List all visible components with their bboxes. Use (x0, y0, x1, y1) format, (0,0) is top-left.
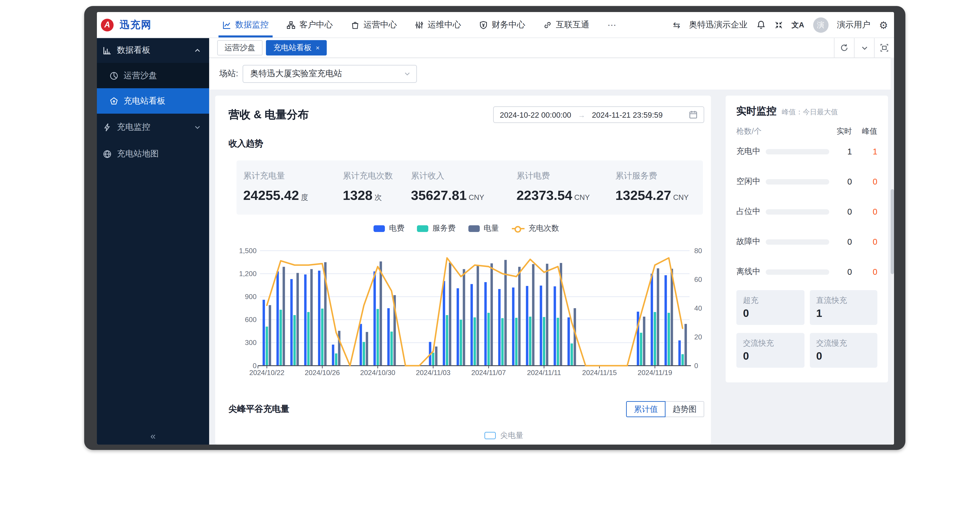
sidebar-item-operation-sandbox[interactable]: 运营沙盘 (97, 63, 209, 88)
fullscreen-icon[interactable] (774, 21, 783, 29)
sidebar-item-charging-monitor[interactable]: 充电监控 (97, 114, 209, 140)
nav-item-label: 运维中心 (428, 19, 461, 30)
card-ac-fast: 交流快充 0 (737, 333, 804, 368)
toggle-cumulative-button[interactable]: 累计值 (626, 401, 665, 417)
bell-icon[interactable] (756, 20, 765, 29)
org-switch-icon[interactable]: ⇆ (673, 20, 681, 30)
monitor-bezel: A 迅充网 数据监控 客户中心 运营中心 (84, 6, 905, 450)
tab-operation-sandbox[interactable]: 运营沙盘 (217, 40, 262, 56)
brand[interactable]: A 迅充网 (99, 19, 212, 31)
svg-text:300: 300 (245, 338, 256, 346)
chevron-down-icon (861, 44, 869, 52)
nav-item-operation-center[interactable]: 运营中心 (351, 19, 397, 30)
maximize-button[interactable] (874, 38, 894, 57)
nav-item-customer-center[interactable]: 客户中心 (286, 19, 333, 30)
sidebar-item-station-map[interactable]: 充电站地图 (97, 140, 209, 167)
sidebar-collapse-button[interactable]: « (97, 427, 209, 445)
svg-text:60: 60 (694, 275, 702, 284)
translate-icon[interactable]: 文A (792, 20, 804, 30)
sidebar-item-label: 充电站看板 (124, 96, 165, 107)
legend-electric-fee[interactable]: 电费 (374, 223, 404, 233)
svg-text:2024/11/07: 2024/11/07 (471, 369, 506, 377)
peak-chart-legend: 尖电量 (229, 431, 704, 440)
tab-dropdown-button[interactable] (854, 38, 874, 57)
station-select[interactable]: 奥特迅大厦实验室充电站 (243, 65, 417, 83)
chevron-down-icon (404, 70, 411, 78)
svg-text:600: 600 (245, 316, 256, 324)
refresh-button[interactable] (834, 38, 854, 57)
sidebar-group-data-dashboard[interactable]: 数据看板 (97, 38, 209, 63)
svg-text:2024/11/19: 2024/11/19 (638, 369, 672, 377)
sidebar-item-label: 充电监控 (117, 121, 150, 133)
nav-item-label: 客户中心 (299, 19, 333, 30)
stats-box: 累计充电量 24255.42度 累计充电次数 1328次 累计收入 35627.… (237, 160, 703, 215)
top-navbar: A 迅充网 数据监控 客户中心 运营中心 (97, 12, 894, 38)
legend-service-fee[interactable]: 服务费 (417, 223, 456, 233)
realtime-rows: 充电中 1 1 空闲中 0 0 (737, 136, 877, 287)
row-occupied: 占位中 0 0 (737, 196, 877, 227)
date-range-picker[interactable]: 2024-10-22 00:00:00 → 2024-11-21 23:59:5… (493, 106, 704, 123)
nav-item-data-monitor[interactable]: 数据监控 (223, 19, 269, 30)
date-arrow-icon: → (578, 111, 585, 119)
progress-bar (766, 149, 829, 154)
station-select-value: 奥特迅大厦实验室充电站 (250, 68, 342, 80)
row-charging: 充电中 1 1 (737, 136, 877, 166)
company-name[interactable]: 奥特迅演示企业 (689, 19, 748, 30)
main-column: 运营沙盘 充电站看板 × (209, 38, 894, 445)
peak-title: 尖峰平谷充电量 (229, 403, 290, 415)
brand-name: 迅充网 (119, 19, 152, 31)
realtime-monitor-card: 实时监控 峰值：今日最大值 枪数/个 实时 峰值 充电中 (725, 96, 888, 382)
gear-icon[interactable]: ⚙ (879, 20, 888, 30)
progress-bar (766, 269, 829, 274)
nav-more-button[interactable]: ⋯ (608, 20, 617, 30)
sidebar-item-label: 运营沙盘 (124, 70, 157, 81)
svg-text:900: 900 (245, 293, 256, 301)
progress-bar (766, 239, 829, 244)
nav-menu: 数据监控 客户中心 运营中心 运维中心 (223, 19, 617, 30)
nav-item-ops-center[interactable]: 运维中心 (415, 19, 461, 30)
svg-text:2024/10/22: 2024/10/22 (249, 369, 285, 377)
user-name[interactable]: 演示用户 (837, 19, 870, 30)
peak-legend-swatch (484, 432, 496, 439)
realtime-note: 峰值：今日最大值 (782, 108, 838, 117)
income-trend-chart: 03006009001,2001,5000204060802024/10/222… (229, 235, 704, 382)
svg-text:1,500: 1,500 (239, 247, 256, 255)
avatar[interactable]: 演 (813, 17, 828, 32)
shield-yuan-icon (479, 21, 488, 29)
tab-station-dashboard[interactable]: 充电站看板 × (266, 40, 327, 56)
vertical-scrollbar[interactable] (891, 57, 894, 445)
refresh-icon (840, 43, 849, 52)
link-icon (543, 21, 552, 29)
sidebar-item-label: 充电站地图 (117, 148, 159, 160)
sidebar: 数据看板 运营沙盘 充电站看板 (97, 38, 209, 445)
revenue-title: 营收 & 电量分布 (229, 107, 309, 122)
stat-total-service-fee: 累计服务费 13254.27CNY (616, 171, 703, 203)
toggle-trend-button[interactable]: 趋势图 (665, 401, 704, 417)
date-start: 2024-10-22 00:00:00 (500, 111, 571, 119)
user-cluster: ⇆ 奥特迅演示企业 文A 演 演示用户 ⚙ (673, 17, 891, 32)
row-offline: 离线中 0 0 (737, 257, 877, 287)
nav-item-finance-center[interactable]: 财务中心 (479, 19, 525, 30)
svg-text:2024/10/30: 2024/10/30 (360, 369, 395, 377)
legend-line-marker (512, 228, 524, 229)
gun-type-cards: 超充 0 直流快充 1 交流快充 0 (737, 290, 877, 368)
close-icon[interactable]: × (316, 44, 320, 51)
date-end: 2024-11-21 23:59:59 (592, 111, 663, 119)
nav-item-interconnect[interactable]: 互联互通 (543, 19, 589, 30)
content-area: 营收 & 电量分布 2024-10-22 00:00:00 → 2024-11-… (209, 89, 894, 445)
tab-actions (834, 38, 894, 57)
legend-energy[interactable]: 电量 (468, 223, 499, 233)
legend-charge-count[interactable]: 充电次数 (512, 223, 559, 233)
legend-swatch (417, 225, 428, 232)
chevron-down-icon (194, 123, 201, 131)
svg-text:2024/11/11: 2024/11/11 (527, 369, 561, 377)
stat-total-income: 累计收入 35627.81CNY (411, 171, 517, 203)
chevron-up-icon (194, 47, 201, 54)
revenue-card: 营收 & 电量分布 2024-10-22 00:00:00 → 2024-11-… (215, 96, 711, 445)
nav-item-label: 数据监控 (235, 19, 269, 30)
nav-item-label: 互联互通 (556, 19, 589, 30)
svg-text:2024/10/26: 2024/10/26 (305, 369, 340, 377)
sidebar-item-station-dashboard[interactable]: 充电站看板 (97, 88, 209, 114)
scrollbar-thumb[interactable] (891, 189, 894, 274)
sidebar-group-label: 数据看板 (117, 45, 150, 56)
